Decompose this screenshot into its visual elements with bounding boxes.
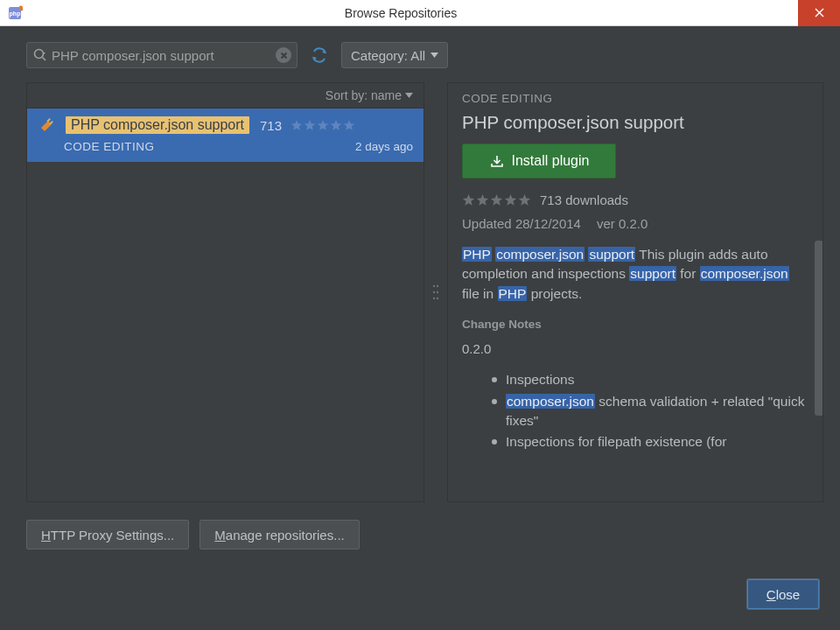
- list-item-category: CODE EDITING: [64, 140, 155, 153]
- change-notes-version: 0.2.0: [462, 341, 807, 356]
- svg-point-10: [433, 285, 435, 287]
- details-rating: [462, 193, 531, 206]
- window-title: Browse Repositories: [4, 6, 798, 20]
- category-label: Category: All: [351, 48, 425, 63]
- svg-point-11: [437, 285, 438, 287]
- bottom-button-row: HTTP Proxy Settings... Manage repositori…: [0, 513, 840, 556]
- button-label: anage repositories...: [226, 528, 345, 542]
- category-filter[interactable]: Category: All: [341, 42, 448, 68]
- download-icon: [489, 153, 505, 169]
- list-item-rating: [290, 119, 355, 131]
- plugin-icon: [38, 116, 57, 135]
- change-notes-list: Inspections composer.json schema validat…: [492, 370, 807, 454]
- change-notes-item: Inspections for filepath existence (for: [492, 432, 807, 452]
- svg-point-4: [35, 50, 44, 59]
- mnemonic: M: [214, 528, 226, 542]
- scrollbar[interactable]: [815, 241, 823, 416]
- button-label: TTP Proxy Settings...: [51, 528, 174, 542]
- chevron-down-icon: [430, 52, 438, 58]
- highlight: composer.json: [506, 394, 595, 409]
- close-button[interactable]: Close: [747, 579, 819, 609]
- window-close-button[interactable]: [798, 0, 840, 26]
- dialog-content: PHP composer.json support Category: All …: [0, 26, 840, 630]
- details-updated-row: Updated 28/12/2014 ver 0.2.0: [462, 216, 807, 231]
- list-item-meta: CODE EDITING 2 days ago: [38, 140, 413, 153]
- grip-icon: [432, 283, 439, 302]
- list-item[interactable]: PHP composer.json support 713 CODE EDITI…: [27, 108, 424, 162]
- sort-label: Sort by: name: [326, 88, 402, 102]
- details-version: ver 0.2.0: [597, 216, 648, 231]
- list-item-row: PHP composer.json support 713: [38, 116, 413, 135]
- list-item-downloads: 713: [260, 118, 282, 133]
- splitter-handle[interactable]: [430, 82, 442, 502]
- search-input[interactable]: PHP composer.json support: [26, 42, 298, 68]
- search-icon: [32, 47, 48, 63]
- titlebar: php Browse Repositories: [0, 0, 840, 26]
- details-title: PHP composer.json support: [462, 112, 807, 133]
- change-notes-heading: Change Notes: [462, 318, 807, 331]
- highlight: composer.json: [495, 247, 584, 262]
- desc-text: for: [680, 266, 699, 281]
- details-rating-row: 713 downloads: [462, 192, 807, 207]
- highlight: support: [588, 247, 635, 262]
- change-notes-item: composer.json schema validation + relate…: [492, 392, 807, 430]
- x-icon: [280, 52, 288, 60]
- highlight: support: [629, 266, 676, 281]
- list-item-age: 2 days ago: [355, 140, 413, 153]
- install-plugin-button[interactable]: Install plugin: [462, 144, 616, 178]
- clear-search-button[interactable]: [276, 47, 291, 63]
- details-downloads: 713 downloads: [540, 192, 628, 207]
- svg-point-13: [437, 291, 438, 293]
- toolbar: PHP composer.json support Category: All: [0, 26, 840, 77]
- http-proxy-settings-button[interactable]: HTTP Proxy Settings...: [26, 520, 189, 550]
- desc-text: projects.: [531, 286, 583, 301]
- sort-dropdown[interactable]: Sort by: name: [26, 82, 424, 108]
- svg-point-15: [437, 298, 438, 299]
- highlight: PHP: [498, 286, 528, 301]
- close-icon: [815, 8, 824, 18]
- list-item-name: PHP composer.json support: [66, 116, 249, 134]
- mnemonic: C: [766, 587, 776, 602]
- dialog-footer: Close: [0, 556, 840, 630]
- desc-text: file in: [462, 286, 498, 301]
- change-notes-item: Inspections: [492, 370, 807, 389]
- highlight: composer.json: [700, 266, 789, 281]
- search-value: PHP composer.json support: [52, 48, 270, 63]
- mnemonic: H: [41, 528, 51, 542]
- refresh-icon: [310, 46, 329, 65]
- details-panel: CODE EDITING PHP composer.json support I…: [447, 82, 823, 502]
- details-category: CODE EDITING: [462, 92, 807, 105]
- details-updated: Updated 28/12/2014: [462, 216, 581, 231]
- manage-repositories-button[interactable]: Manage repositories...: [200, 520, 359, 550]
- highlight: PHP: [462, 247, 492, 262]
- results-panel: Sort by: name PHP composer.json suppor: [26, 82, 424, 502]
- svg-line-5: [43, 58, 46, 61]
- svg-point-12: [433, 291, 435, 293]
- refresh-button[interactable]: [308, 44, 331, 66]
- install-label: Install plugin: [512, 153, 590, 169]
- button-label: lose: [776, 587, 801, 602]
- main-area: Sort by: name PHP composer.json suppor: [0, 77, 840, 513]
- chevron-down-icon: [405, 93, 413, 98]
- svg-point-14: [433, 298, 435, 299]
- results-list: PHP composer.json support 713 CODE EDITI…: [26, 108, 424, 502]
- details-description: PHP composer.json support This plugin ad…: [462, 245, 807, 304]
